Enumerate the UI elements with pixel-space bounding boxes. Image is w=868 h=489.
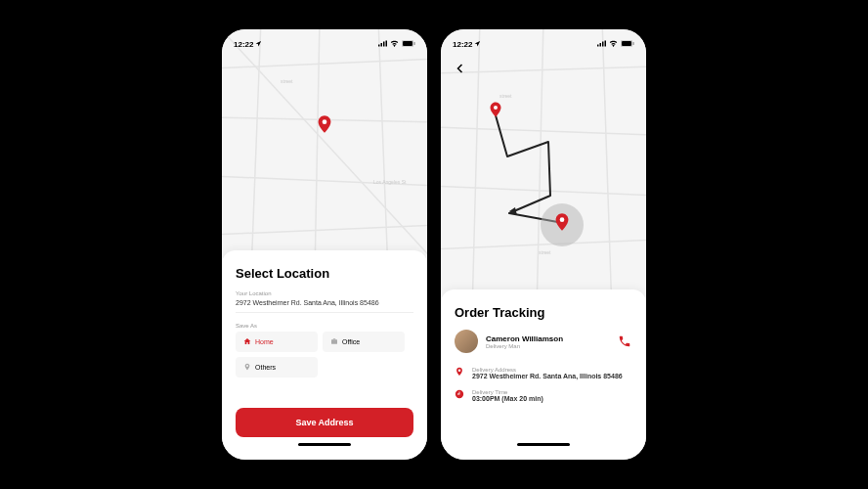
svg-rect-11 xyxy=(600,43,602,47)
chip-others[interactable]: Others xyxy=(236,357,318,378)
chevron-left-icon xyxy=(455,63,466,74)
map-roads: street street xyxy=(441,29,646,303)
phone-select-location: 12:22 xyxy=(222,29,427,460)
status-time: 12:22 xyxy=(234,40,253,49)
svg-rect-15 xyxy=(622,41,631,46)
location-value[interactable]: 2972 Westheimer Rd. Santa Ana, Illinois … xyxy=(236,299,413,313)
home-indicator xyxy=(298,443,351,446)
pin-icon xyxy=(455,367,466,378)
driver-name: Cameron Williamson xyxy=(486,334,609,343)
svg-text:street: street xyxy=(281,78,293,84)
briefcase-icon xyxy=(330,337,338,346)
svg-rect-10 xyxy=(597,44,599,46)
location-arrow-icon xyxy=(474,40,481,49)
address-value: 2972 Westheimer Rd. Santa Ana, Illinois … xyxy=(472,373,623,379)
svg-rect-5 xyxy=(403,41,412,46)
svg-point-9 xyxy=(323,119,327,124)
map-roads: street Los Angeles St xyxy=(222,29,427,264)
sheet-title: Order Tracking xyxy=(455,305,632,320)
svg-rect-6 xyxy=(414,42,415,45)
status-time: 12:22 xyxy=(453,40,472,49)
origin-pin-icon[interactable] xyxy=(490,102,503,115)
phone-order-tracking: 12:22 xyxy=(441,29,646,460)
driver-role: Delivery Man xyxy=(486,343,609,349)
bottom-sheet: Select Location Your Location 2972 Westh… xyxy=(222,250,427,460)
map[interactable]: street street xyxy=(441,29,646,303)
chip-label: Others xyxy=(255,364,276,371)
signal-icon xyxy=(597,40,606,49)
wifi-icon xyxy=(390,40,399,49)
svg-rect-13 xyxy=(605,40,607,46)
status-bar: 12:22 xyxy=(222,33,427,55)
chip-group: Home Office Others xyxy=(236,332,413,378)
chip-label: Office xyxy=(342,338,360,345)
call-button[interactable] xyxy=(617,333,632,349)
driver-row: Cameron Williamson Delivery Man xyxy=(455,330,632,353)
chip-home[interactable]: Home xyxy=(236,332,318,352)
svg-rect-2 xyxy=(383,41,385,46)
pin-icon xyxy=(243,363,251,372)
battery-icon xyxy=(621,40,634,49)
clock-icon xyxy=(455,389,466,401)
destination-pin-icon[interactable] xyxy=(555,213,569,227)
location-pin-icon[interactable] xyxy=(318,115,331,129)
save-address-button[interactable]: Save Address xyxy=(236,408,413,437)
map[interactable]: street Los Angeles St xyxy=(222,29,427,264)
svg-rect-12 xyxy=(602,41,604,46)
svg-rect-1 xyxy=(381,43,383,47)
battery-icon xyxy=(402,40,415,49)
location-label: Your Location xyxy=(236,290,413,296)
svg-text:street: street xyxy=(499,93,512,99)
home-icon xyxy=(243,337,251,346)
avatar[interactable] xyxy=(455,330,478,353)
svg-rect-16 xyxy=(633,42,634,45)
time-value: 03:00PM (Max 20 min) xyxy=(472,395,543,402)
svg-rect-0 xyxy=(378,44,380,46)
bottom-sheet: Order Tracking Cameron Williamson Delive… xyxy=(441,289,646,460)
delivery-time-row: Delivery Time 03:00PM (Max 20 min) xyxy=(455,389,632,402)
svg-point-20 xyxy=(494,106,498,110)
sheet-title: Select Location xyxy=(236,266,413,281)
wifi-icon xyxy=(609,40,618,49)
location-arrow-icon xyxy=(255,40,262,49)
delivery-address-row: Delivery Address 2972 Westheimer Rd. San… xyxy=(455,367,632,379)
back-button[interactable] xyxy=(451,59,470,78)
saveas-label: Save As xyxy=(236,323,413,329)
chip-label: Home xyxy=(255,338,274,345)
svg-point-21 xyxy=(560,217,565,222)
status-bar: 12:22 xyxy=(441,33,646,55)
svg-text:street: street xyxy=(539,249,551,255)
signal-icon xyxy=(378,40,387,49)
home-indicator xyxy=(517,443,570,446)
chip-office[interactable]: Office xyxy=(323,332,405,352)
phone-icon xyxy=(618,334,631,348)
svg-rect-3 xyxy=(386,40,388,46)
svg-text:Los Angeles St: Los Angeles St xyxy=(373,179,407,185)
